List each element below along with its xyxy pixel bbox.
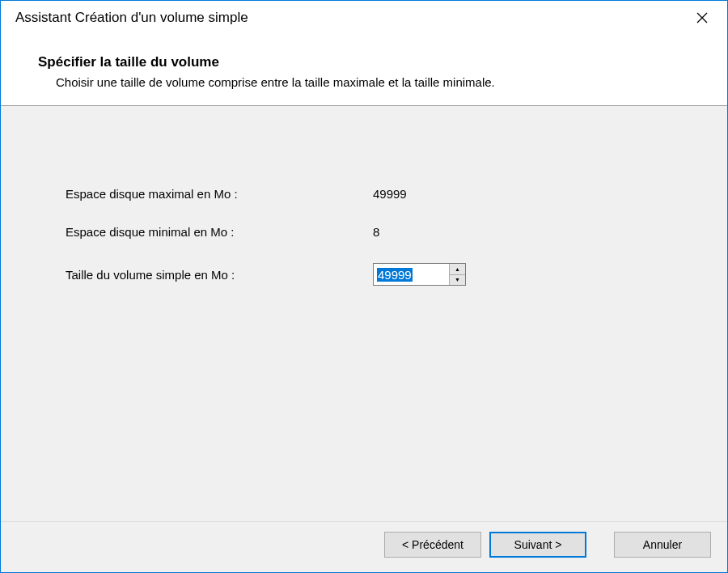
back-button[interactable]: < Précédent bbox=[384, 532, 481, 558]
volume-size-input-selection: 49999 bbox=[377, 268, 413, 282]
next-button[interactable]: Suivant > bbox=[489, 532, 586, 558]
volume-size-input[interactable]: 49999 bbox=[374, 264, 449, 285]
wizard-window: Assistant Création d'un volume simple Sp… bbox=[0, 0, 728, 573]
max-space-row: Espace disque maximal en Mo : 49999 bbox=[66, 187, 662, 201]
chevron-down-icon: ▼ bbox=[455, 277, 460, 282]
window-title: Assistant Création d'un volume simple bbox=[15, 10, 248, 26]
page-heading: Spécifier la taille du volume bbox=[15, 54, 713, 70]
close-icon bbox=[696, 12, 708, 23]
wizard-header: Spécifier la taille du volume Choisir un… bbox=[1, 35, 727, 105]
min-space-label: Espace disque minimal en Mo : bbox=[66, 225, 373, 239]
spinner-buttons: ▲ ▼ bbox=[449, 264, 465, 285]
volume-size-value-col: 49999 ▲ ▼ bbox=[373, 263, 662, 286]
page-subheading: Choisir une taille de volume comprise en… bbox=[15, 75, 713, 89]
spinner-up-button[interactable]: ▲ bbox=[450, 264, 465, 275]
min-space-value: 8 bbox=[373, 225, 662, 239]
volume-size-spinner: 49999 ▲ ▼ bbox=[373, 263, 466, 286]
volume-size-label: Taille du volume simple en Mo : bbox=[66, 268, 373, 282]
min-space-row: Espace disque minimal en Mo : 8 bbox=[66, 225, 662, 239]
chevron-up-icon: ▲ bbox=[455, 266, 460, 272]
max-space-label: Espace disque maximal en Mo : bbox=[66, 187, 373, 201]
wizard-footer: < Précédent Suivant > Annuler bbox=[1, 521, 727, 572]
cancel-button[interactable]: Annuler bbox=[614, 532, 711, 558]
volume-size-row: Taille du volume simple en Mo : 49999 ▲ … bbox=[66, 263, 662, 286]
close-button[interactable] bbox=[684, 5, 721, 31]
titlebar: Assistant Création d'un volume simple bbox=[1, 1, 727, 35]
spinner-down-button[interactable]: ▼ bbox=[450, 275, 465, 286]
content-area: Espace disque maximal en Mo : 49999 Espa… bbox=[1, 106, 727, 521]
max-space-value: 49999 bbox=[373, 187, 662, 201]
button-gap bbox=[595, 532, 606, 558]
